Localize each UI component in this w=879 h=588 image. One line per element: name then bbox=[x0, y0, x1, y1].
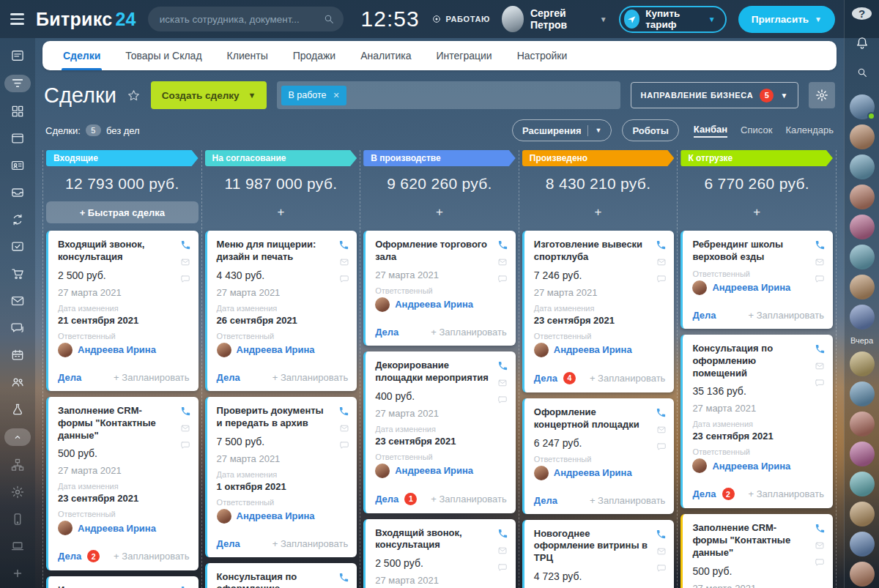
todo-link[interactable]: Дела bbox=[58, 551, 81, 562]
app-logo[interactable]: Битрикс24 bbox=[36, 9, 136, 30]
phone-icon[interactable] bbox=[656, 239, 667, 250]
sidebar-calendar-icon[interactable] bbox=[10, 347, 25, 363]
recent-user-avatar[interactable] bbox=[850, 382, 875, 406]
deal-card[interactable]: Ребрендинг школы верховой ездыОтветствен… bbox=[680, 231, 833, 329]
work-status[interactable]: РАБОТАЮ bbox=[431, 14, 490, 24]
schedule-link[interactable]: + Запланировать bbox=[272, 372, 348, 383]
chat-icon[interactable] bbox=[339, 274, 349, 284]
filter-tag[interactable]: В работе ✕ bbox=[281, 86, 346, 105]
todo-link[interactable]: Дела bbox=[375, 494, 398, 505]
responsible-name[interactable]: Андреева Ирина bbox=[237, 510, 315, 521]
sidebar-documents-icon[interactable] bbox=[10, 185, 25, 201]
schedule-link[interactable]: + Запланировать bbox=[431, 327, 506, 338]
recent-user-avatar[interactable] bbox=[850, 185, 875, 209]
notifications-bell-icon[interactable] bbox=[855, 36, 869, 51]
business-direction-button[interactable]: НАПРАВЛЕНИЕ БИЗНЕСА 5 ▼ bbox=[631, 82, 798, 108]
mail-icon[interactable] bbox=[339, 423, 349, 433]
sidebar-contacts-icon[interactable] bbox=[10, 157, 25, 174]
close-icon[interactable]: ✕ bbox=[333, 91, 340, 100]
schedule-link[interactable]: + Запланировать bbox=[748, 488, 823, 499]
recent-user-avatar[interactable] bbox=[850, 124, 875, 149]
sidebar-settings-icon[interactable] bbox=[10, 484, 25, 500]
phone-icon[interactable] bbox=[815, 239, 826, 250]
mail-icon[interactable] bbox=[656, 257, 667, 267]
phone-icon[interactable] bbox=[338, 406, 349, 417]
mail-icon[interactable] bbox=[815, 540, 825, 551]
recent-user-avatar[interactable] bbox=[850, 155, 875, 179]
tab-Аналитика[interactable]: Аналитика bbox=[360, 41, 411, 70]
recent-user-avatar[interactable] bbox=[850, 562, 875, 587]
schedule-link[interactable]: + Запланировать bbox=[114, 551, 189, 562]
column-stage-ribbon[interactable]: Входящие bbox=[46, 150, 199, 166]
column-stage-ribbon[interactable]: К отгрузке bbox=[680, 150, 833, 166]
sidebar-desktop-icon[interactable] bbox=[10, 538, 25, 554]
settings-gear-button[interactable] bbox=[809, 82, 835, 108]
recent-user-avatar[interactable] bbox=[850, 412, 875, 436]
mail-icon[interactable] bbox=[339, 257, 349, 267]
sidebar-mail-icon[interactable] bbox=[10, 293, 25, 309]
deal-card[interactable]: Оформление концертной площадки6 247 руб.… bbox=[522, 398, 675, 514]
schedule-link[interactable]: + Запланировать bbox=[272, 538, 348, 549]
todo-link[interactable]: Дела bbox=[692, 310, 716, 321]
sidebar-tasks-icon[interactable] bbox=[10, 239, 25, 255]
deal-card[interactable]: Заполнение CRM-формы "Контактные данные"… bbox=[46, 397, 199, 571]
mail-icon[interactable] bbox=[497, 546, 508, 556]
chat-icon[interactable] bbox=[815, 557, 825, 567]
tab-Интеграции[interactable]: Интеграции bbox=[436, 41, 492, 70]
deal-card[interactable]: Заполнение CRM-формы "Контактные данные"… bbox=[680, 514, 833, 588]
recent-user-avatar[interactable] bbox=[850, 532, 875, 557]
chat-icon[interactable] bbox=[656, 274, 667, 284]
chat-icon[interactable] bbox=[497, 395, 508, 405]
sidebar-mobile-icon[interactable] bbox=[10, 511, 25, 527]
responsible-name[interactable]: Андреева Ирина bbox=[554, 467, 632, 478]
invite-button[interactable]: Пригласить ▼ bbox=[738, 6, 835, 33]
chat-icon[interactable] bbox=[497, 274, 508, 284]
view-Канбан[interactable]: Канбан bbox=[694, 124, 727, 138]
quick-deal-button[interactable]: + bbox=[205, 201, 357, 223]
robots-button[interactable]: Роботы bbox=[622, 119, 678, 141]
phone-icon[interactable] bbox=[180, 585, 191, 588]
phone-icon[interactable] bbox=[497, 239, 508, 250]
recent-user-avatar[interactable] bbox=[850, 305, 875, 330]
create-deal-button[interactable]: Создать сделку ▼ bbox=[151, 81, 267, 109]
deal-card[interactable]: Проверить документы и передать в архив7 … bbox=[205, 397, 357, 557]
hamburger-menu-icon[interactable] bbox=[10, 13, 24, 25]
mail-icon[interactable] bbox=[815, 361, 825, 371]
sidebar-automation-icon[interactable] bbox=[10, 457, 25, 473]
todo-link[interactable]: Дела bbox=[534, 495, 557, 506]
responsible-name[interactable]: Андреева Ирина bbox=[395, 299, 473, 310]
deal-card[interactable]: Входящий звонок, консультация2 500 руб.2… bbox=[363, 519, 516, 588]
schedule-link[interactable]: + Запланировать bbox=[114, 372, 189, 383]
buy-tariff-button[interactable]: Купить тариф ▼ bbox=[619, 6, 727, 33]
todo-link[interactable]: Дела bbox=[217, 372, 240, 383]
sidebar-messenger-icon[interactable] bbox=[10, 320, 25, 336]
phone-icon[interactable] bbox=[815, 343, 826, 354]
chat-icon[interactable] bbox=[815, 378, 825, 388]
phone-icon[interactable] bbox=[180, 239, 191, 250]
filter-bar[interactable]: В работе ✕ bbox=[277, 81, 620, 109]
responsible-name[interactable]: Андреева Ирина bbox=[554, 344, 632, 355]
deal-card[interactable]: Консультация по оформлению помещений35 1… bbox=[680, 335, 833, 509]
deal-card[interactable]: Изготовление вывески спортклуба7 246 руб… bbox=[46, 576, 199, 588]
deal-card[interactable]: Изготовление вывески спортклуба7 246 руб… bbox=[522, 231, 675, 392]
responsible-name[interactable]: Андреева Ирина bbox=[78, 344, 156, 355]
sidebar-workgroups-icon[interactable] bbox=[10, 103, 25, 119]
sidebar-crm-funnel-icon[interactable] bbox=[4, 75, 31, 92]
quick-deal-button[interactable]: + bbox=[522, 201, 675, 223]
tab-Клиенты[interactable]: Клиенты bbox=[227, 41, 268, 70]
phone-icon[interactable] bbox=[656, 529, 667, 540]
recent-user-avatar[interactable] bbox=[850, 351, 875, 376]
phone-icon[interactable] bbox=[338, 572, 349, 583]
recent-user-avatar[interactable] bbox=[850, 472, 875, 496]
sidebar-sites-icon[interactable] bbox=[10, 130, 25, 146]
global-search-input[interactable] bbox=[160, 14, 317, 25]
sidebar-shop-icon[interactable] bbox=[10, 266, 25, 282]
recent-user-avatar[interactable] bbox=[850, 275, 875, 299]
responsible-name[interactable]: Андреева Ирина bbox=[395, 465, 473, 476]
responsible-name[interactable]: Андреева Ирина bbox=[78, 523, 156, 534]
todo-link[interactable]: Дела bbox=[58, 372, 81, 383]
help-button[interactable]: ? bbox=[852, 7, 872, 20]
recent-user-avatar[interactable] bbox=[850, 245, 875, 269]
mail-icon[interactable] bbox=[656, 546, 667, 557]
responsible-name[interactable]: Андреева Ирина bbox=[712, 461, 790, 472]
